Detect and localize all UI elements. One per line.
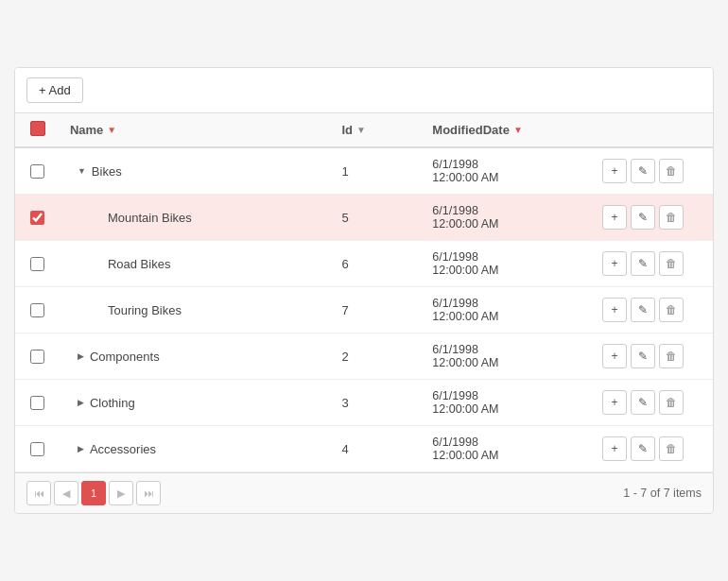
pagination: ⏮ ◀ 1 ▶ ⏭ 1 - 7 of 7 items: [15, 472, 713, 513]
row-delete-button[interactable]: 🗑: [659, 390, 684, 415]
row-date-cell: 6/1/199812:00:00 AM: [423, 287, 593, 333]
row-name-label: Components: [90, 350, 160, 364]
row-date: 6/1/199812:00:00 AM: [432, 343, 498, 369]
row-actions-cell: +✎🗑: [593, 333, 713, 380]
row-name-label: Clothing: [90, 396, 135, 410]
row-checkbox[interactable]: [30, 164, 44, 179]
row-name-cell: Touring Bikes: [61, 287, 333, 333]
row-id-cell: 4: [332, 426, 423, 472]
row-name-cell: Mountain Bikes: [61, 195, 333, 241]
row-add-button[interactable]: +: [602, 436, 627, 461]
row-checkbox-cell: [15, 241, 61, 287]
row-delete-button[interactable]: 🗑: [659, 436, 684, 461]
toolbar: + Add: [15, 68, 713, 113]
row-delete-button[interactable]: 🗑: [659, 298, 684, 322]
row-date: 6/1/199812:00:00 AM: [432, 204, 498, 231]
row-checkbox-cell: [15, 287, 61, 333]
table-row: Mountain Bikes56/1/199812:00:00 AM+✎🗑: [15, 195, 713, 241]
row-edit-button[interactable]: ✎: [631, 344, 655, 368]
row-id-cell: 5: [332, 195, 423, 241]
table-row: Touring Bikes76/1/199812:00:00 AM+✎🗑: [15, 287, 713, 333]
row-name-label: Mountain Bikes: [108, 211, 192, 225]
prev-page-button[interactable]: ◀: [54, 481, 78, 505]
row-add-button[interactable]: +: [602, 344, 627, 368]
row-date-cell: 6/1/199812:00:00 AM: [423, 380, 593, 426]
row-delete-button[interactable]: 🗑: [659, 205, 684, 230]
row-date-cell: 6/1/199812:00:00 AM: [423, 426, 593, 472]
header-modified-date: ModifiedDate ▼: [423, 113, 593, 147]
row-add-button[interactable]: +: [602, 205, 627, 230]
row-name-cell: ▶Accessories: [61, 426, 333, 472]
row-add-button[interactable]: +: [602, 251, 627, 276]
expand-arrow-icon[interactable]: ▼: [78, 166, 86, 176]
id-filter-icon[interactable]: ▼: [356, 125, 366, 135]
page-1-button[interactable]: 1: [81, 481, 106, 505]
date-filter-icon[interactable]: ▼: [513, 125, 523, 135]
row-date-cell: 6/1/199812:00:00 AM: [423, 147, 593, 195]
expand-arrow-icon[interactable]: ▶: [78, 444, 84, 453]
header-id-label: Id: [341, 123, 353, 137]
row-id-cell: 7: [332, 287, 423, 333]
row-checkbox[interactable]: [30, 442, 44, 456]
row-id-cell: 3: [332, 380, 423, 426]
row-checkbox-cell: [15, 380, 61, 426]
row-name-label: Accessories: [90, 442, 156, 456]
row-actions-cell: +✎🗑: [593, 287, 713, 333]
row-actions-cell: +✎🗑: [593, 241, 713, 287]
expand-arrow-icon[interactable]: ▶: [78, 351, 84, 361]
row-edit-button[interactable]: ✎: [631, 159, 655, 183]
row-add-button[interactable]: +: [602, 390, 627, 415]
row-edit-button[interactable]: ✎: [631, 205, 655, 230]
row-checkbox[interactable]: [30, 303, 44, 317]
row-add-button[interactable]: +: [602, 298, 627, 322]
row-date: 6/1/199812:00:00 AM: [432, 436, 498, 462]
page-controls: ⏮ ◀ 1 ▶ ⏭: [26, 481, 161, 505]
header-checkbox-icon[interactable]: [30, 121, 45, 136]
row-name-cell: ▶Clothing: [61, 380, 333, 426]
add-button[interactable]: + Add: [26, 77, 83, 103]
row-delete-button[interactable]: 🗑: [659, 344, 684, 368]
row-id: 2: [341, 350, 348, 364]
name-filter-icon[interactable]: ▼: [107, 125, 116, 135]
row-id: 1: [341, 164, 348, 179]
row-date: 6/1/199812:00:00 AM: [432, 297, 498, 323]
page-info: 1 - 7 of 7 items: [623, 487, 702, 500]
row-checkbox[interactable]: [30, 350, 44, 364]
row-date-cell: 6/1/199812:00:00 AM: [423, 241, 593, 287]
main-container: + Add Name ▼ Id ▼: [14, 67, 714, 514]
header-date-label: ModifiedDate: [432, 123, 510, 137]
row-name-label: Road Bikes: [108, 257, 170, 271]
row-edit-button[interactable]: ✎: [631, 298, 655, 322]
row-actions-cell: +✎🗑: [593, 380, 713, 426]
row-checkbox[interactable]: [30, 257, 44, 271]
row-edit-button[interactable]: ✎: [631, 436, 655, 461]
last-page-button[interactable]: ⏭: [136, 481, 161, 505]
row-name-label: Bikes: [92, 164, 122, 179]
row-date-cell: 6/1/199812:00:00 AM: [423, 195, 593, 241]
table-row: ▼Bikes16/1/199812:00:00 AM+✎🗑: [15, 147, 713, 195]
row-checkbox[interactable]: [30, 396, 44, 410]
row-edit-button[interactable]: ✎: [631, 390, 655, 415]
header-name: Name ▼: [61, 113, 333, 147]
table-header-row: Name ▼ Id ▼ ModifiedDate ▼: [15, 113, 713, 147]
row-checkbox-cell: [15, 195, 61, 241]
next-page-button[interactable]: ▶: [109, 481, 133, 505]
row-actions-cell: +✎🗑: [593, 195, 713, 241]
row-delete-button[interactable]: 🗑: [659, 251, 684, 276]
row-date-cell: 6/1/199812:00:00 AM: [423, 333, 593, 380]
row-name-cell: ▶Components: [61, 333, 333, 380]
row-id-cell: 2: [332, 333, 423, 380]
row-id: 4: [341, 442, 348, 456]
row-id-cell: 6: [332, 241, 423, 287]
row-delete-button[interactable]: 🗑: [659, 159, 684, 183]
row-checkbox[interactable]: [30, 211, 44, 225]
row-add-button[interactable]: +: [602, 159, 627, 183]
first-page-button[interactable]: ⏮: [26, 481, 51, 505]
header-actions: [593, 113, 713, 147]
expand-arrow-icon[interactable]: ▶: [78, 398, 84, 407]
row-edit-button[interactable]: ✎: [631, 251, 655, 276]
table-row: ▶Components26/1/199812:00:00 AM+✎🗑: [15, 333, 713, 380]
header-id: Id ▼: [332, 113, 423, 147]
row-date: 6/1/199812:00:00 AM: [432, 389, 498, 416]
table-row: ▶Accessories46/1/199812:00:00 AM+✎🗑: [15, 426, 713, 472]
